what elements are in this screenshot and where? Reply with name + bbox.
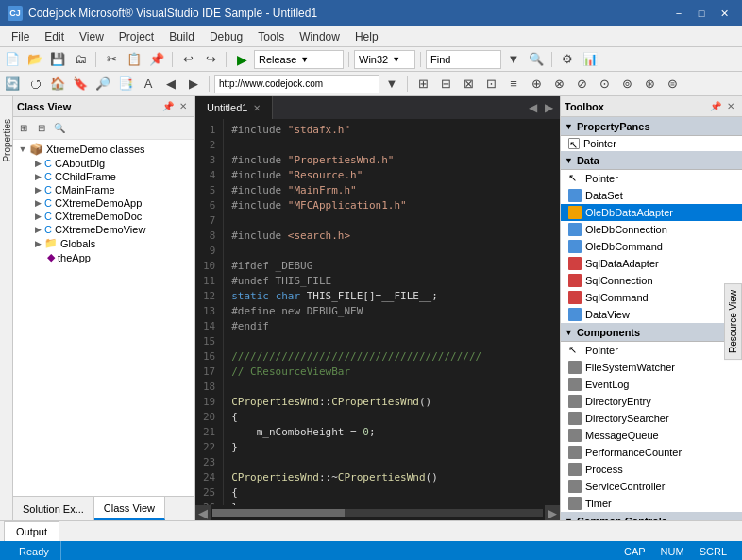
class-view-pin-button[interactable]: 📌: [160, 99, 176, 114]
new-button[interactable]: 📄: [2, 50, 23, 69]
toolbox-item-pointer-data[interactable]: ↖ Pointer: [561, 170, 742, 187]
find-arrow-button[interactable]: ▼: [503, 50, 524, 69]
item1-expand[interactable]: ▶: [32, 171, 43, 182]
toolbox-item-servicecontroller[interactable]: ServiceController: [561, 478, 742, 495]
menu-window[interactable]: Window: [292, 26, 347, 47]
item4-expand[interactable]: ▶: [32, 211, 43, 222]
scroll-left-button[interactable]: ◀: [195, 505, 211, 520]
editor-scrollbar[interactable]: ◀ ▶: [195, 505, 560, 520]
tb2-btn7[interactable]: A: [138, 75, 159, 93]
solution-explorer-tab[interactable]: Solution Ex...: [13, 497, 94, 520]
tree-item-3[interactable]: ▶ C CXtremeDemoApp: [13, 196, 194, 210]
tb2-extra2[interactable]: ⊟: [435, 75, 456, 93]
tree-item-0[interactable]: ▶ C CAboutDlg: [13, 157, 194, 170]
find-in-files-button[interactable]: 🔍: [526, 50, 547, 69]
tb2-btn1[interactable]: 🔄: [2, 75, 23, 93]
misc-btn2[interactable]: 📊: [580, 50, 600, 69]
toolbox-item-pointer-comp[interactable]: ↖ Pointer: [561, 342, 742, 359]
toolbox-item-oledbdataadapter[interactable]: OleDbDataAdapter: [561, 204, 742, 221]
open-button[interactable]: 📂: [25, 50, 45, 69]
minimize-button[interactable]: −: [668, 5, 689, 22]
url-go-button[interactable]: ▼: [381, 75, 402, 93]
item2-expand[interactable]: ▶: [32, 184, 43, 195]
tb2-extra1[interactable]: ⊞: [413, 75, 433, 93]
properties-tab-label[interactable]: Properties: [0, 115, 14, 166]
toolbox-item-sqlconnection[interactable]: SqlConnection: [561, 272, 742, 289]
menu-edit[interactable]: Edit: [37, 26, 72, 47]
resource-view-tab[interactable]: Resource View: [724, 283, 742, 360]
menu-debug[interactable]: Debug: [202, 26, 250, 47]
toolbox-item-eventlog[interactable]: EventLog: [561, 376, 742, 393]
platform-combo[interactable]: Win32 ▼: [354, 50, 415, 69]
tb2-extra3[interactable]: ⊠: [458, 75, 479, 93]
toolbox-item-filesystemwatcher[interactable]: FileSystemWatcher: [561, 359, 742, 376]
toolbox-close-button[interactable]: ✕: [723, 99, 738, 114]
root-expand-icon[interactable]: ▼: [17, 144, 28, 155]
run-button[interactable]: ▶: [231, 50, 252, 69]
tb2-btn6[interactable]: 📑: [115, 75, 136, 93]
tree-item-4[interactable]: ▶ C CXtremeDemoDoc: [13, 210, 194, 223]
toolbox-item-sqlcommand[interactable]: SqlCommand: [561, 289, 742, 306]
undo-button[interactable]: ↩: [177, 50, 198, 69]
close-button[interactable]: ✕: [714, 5, 734, 22]
menu-file[interactable]: File: [4, 26, 37, 47]
toolbox-item-performancecounter[interactable]: PerformanceCounter: [561, 444, 742, 461]
tb2-extra6[interactable]: ⊕: [526, 75, 547, 93]
copy-button[interactable]: 📋: [124, 50, 144, 69]
toolbox-item-directoryentry[interactable]: DirectoryEntry: [561, 393, 742, 410]
cv-btn2[interactable]: ⊟: [33, 120, 50, 137]
toolbox-item-oledbconnection[interactable]: OleDbConnection: [561, 221, 742, 238]
tb2-btn3[interactable]: 🏠: [47, 75, 68, 93]
tree-item-5[interactable]: ▶ C CXtremeDemoView: [13, 223, 194, 236]
toolbox-item-dataview[interactable]: DataView: [561, 306, 742, 323]
scroll-right-button[interactable]: ▶: [545, 505, 560, 520]
tb2-extra7[interactable]: ⊗: [548, 75, 569, 93]
redo-button[interactable]: ↪: [200, 50, 221, 69]
cv-btn1[interactable]: ⊞: [15, 120, 32, 137]
toolbox-item-pointer-pp[interactable]: ↖ Pointer: [561, 136, 742, 151]
tb2-btn9[interactable]: ▶: [183, 75, 204, 93]
paste-button[interactable]: 📌: [146, 50, 167, 69]
tree-item-2[interactable]: ▶ C CMainFrame: [13, 183, 194, 196]
toolbox-item-messagequeue[interactable]: MessageQueue: [561, 427, 742, 444]
tb2-extra4[interactable]: ⊡: [481, 75, 501, 93]
components-header[interactable]: ▼ Components: [561, 323, 742, 342]
toolbox-pin-button[interactable]: 📌: [708, 99, 723, 114]
tree-root[interactable]: ▼ 📦 XtremeDemo classes: [13, 142, 194, 157]
toolbox-item-dataset[interactable]: DataSet: [561, 187, 742, 204]
tb2-extra5[interactable]: ≡: [503, 75, 524, 93]
misc-btn1[interactable]: ⚙: [557, 50, 578, 69]
toolbox-item-timer[interactable]: Timer: [561, 495, 742, 512]
tree-item-7[interactable]: ◆ theApp: [13, 250, 194, 264]
menu-view[interactable]: View: [72, 26, 111, 47]
editor-tab-untitled1[interactable]: Untitled1 ✕: [195, 96, 273, 119]
next-tab-button[interactable]: ▶: [542, 101, 556, 114]
cv-btn3[interactable]: 🔍: [51, 120, 68, 137]
save-button[interactable]: 💾: [47, 50, 68, 69]
tb2-btn4[interactable]: 🔖: [70, 75, 91, 93]
tb2-extra8[interactable]: ⊘: [571, 75, 592, 93]
code-editor[interactable]: #include "stdafx.h" #include "Properties…: [224, 119, 560, 505]
output-tab[interactable]: Output: [4, 521, 59, 541]
find-combo[interactable]: Find: [426, 50, 501, 69]
url-input[interactable]: http://www.codejock.com: [214, 75, 379, 93]
cut-button[interactable]: ✂: [101, 50, 122, 69]
tb2-btn2[interactable]: ⭯: [25, 75, 45, 93]
tree-item-6[interactable]: ▶ 📁 Globals: [13, 236, 194, 250]
class-view-tab[interactable]: Class View: [94, 497, 165, 520]
menu-build[interactable]: Build: [161, 26, 202, 47]
scrollbar-thumb[interactable]: [212, 509, 345, 517]
build-config-combo[interactable]: Release ▼: [254, 50, 344, 69]
toolbox-item-process[interactable]: Process: [561, 461, 742, 478]
menu-project[interactable]: Project: [111, 26, 161, 47]
tb2-extra11[interactable]: ⊛: [639, 75, 660, 93]
propertypanes-header[interactable]: ▼ PropertyPanes: [561, 117, 742, 136]
toolbox-item-sqldataadapter[interactable]: SqlDataAdapter: [561, 255, 742, 272]
tree-item-1[interactable]: ▶ C CChildFrame: [13, 170, 194, 183]
editor-tab-close[interactable]: ✕: [253, 103, 261, 113]
scrollbar-track[interactable]: [212, 509, 543, 517]
tb2-extra10[interactable]: ⊚: [616, 75, 637, 93]
prev-tab-button[interactable]: ◀: [526, 101, 540, 114]
menu-help[interactable]: Help: [347, 26, 386, 47]
item3-expand[interactable]: ▶: [32, 197, 43, 209]
